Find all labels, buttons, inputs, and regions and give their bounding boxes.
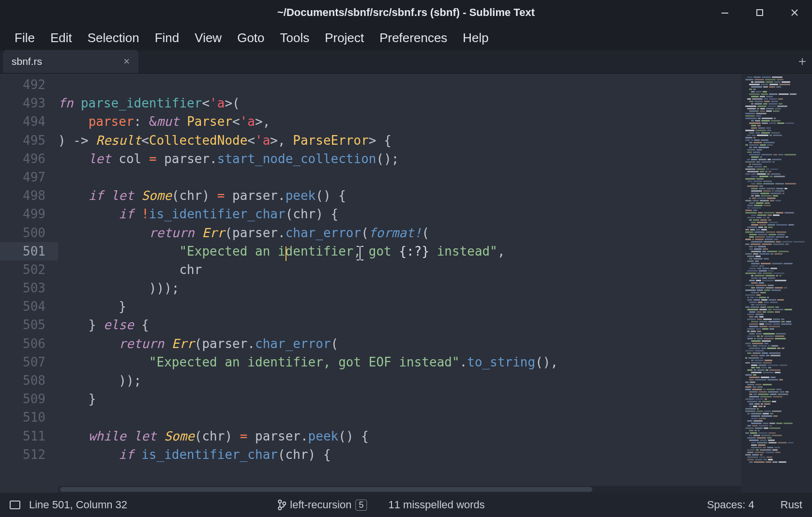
tab-sbnf-rs[interactable]: sbnf.rs × xyxy=(3,50,138,73)
tab-close-icon[interactable]: × xyxy=(123,55,130,68)
svg-rect-1 xyxy=(757,10,763,15)
branch-name: left-recursion xyxy=(290,499,351,511)
line-number[interactable]: 494 xyxy=(0,112,58,131)
line-number[interactable]: 499 xyxy=(0,205,58,223)
code-line[interactable]: return Err(parser.char_error(format!( xyxy=(58,224,741,242)
status-spellcheck[interactable]: 11 misspelled words xyxy=(389,499,485,511)
minimap[interactable] xyxy=(741,74,812,493)
status-cursor[interactable]: Line 501, Column 32 xyxy=(29,499,127,511)
code-line[interactable] xyxy=(58,168,741,186)
code-line[interactable]: } xyxy=(58,297,741,316)
code-line[interactable]: )); xyxy=(58,371,741,390)
code-line[interactable] xyxy=(58,76,741,94)
statusbar: Line 501, Column 32 left-recursion 5 11 … xyxy=(0,493,812,517)
line-number[interactable]: 503 xyxy=(0,279,58,297)
code-line[interactable]: return Err(parser.char_error( xyxy=(58,335,741,353)
code-line[interactable] xyxy=(58,408,741,426)
menu-tools[interactable]: Tools xyxy=(272,28,317,48)
line-number[interactable]: 508 xyxy=(0,371,58,390)
code-line[interactable]: ))); xyxy=(58,279,741,297)
window-controls xyxy=(707,0,812,25)
line-number[interactable]: 500 xyxy=(0,224,58,242)
window-title: ~/Documents/sbnf/src/sbnf.rs (sbnf) - Su… xyxy=(277,6,535,19)
status-indentation[interactable]: Spaces: 4 xyxy=(707,499,754,511)
line-number[interactable]: 496 xyxy=(0,150,58,168)
svg-point-5 xyxy=(278,507,281,510)
panel-switcher-icon[interactable] xyxy=(10,501,20,509)
menubar: File Edit Selection Find View Goto Tools… xyxy=(0,25,812,50)
menu-edit[interactable]: Edit xyxy=(43,28,80,48)
line-number[interactable]: 493 xyxy=(0,94,58,112)
line-number[interactable]: 510 xyxy=(0,408,58,426)
text-cursor xyxy=(286,246,286,261)
tabbar: sbnf.rs × + xyxy=(0,50,812,74)
scrollbar-thumb[interactable] xyxy=(60,487,592,492)
code-line[interactable]: if is_identifier_char(chr) { xyxy=(58,445,741,464)
line-number[interactable]: 497 xyxy=(0,168,58,186)
titlebar: ~/Documents/sbnf/src/sbnf.rs (sbnf) - Su… xyxy=(0,0,812,25)
branch-count-badge: 5 xyxy=(355,500,367,511)
line-number[interactable]: 509 xyxy=(0,390,58,408)
tab-label: sbnf.rs xyxy=(12,56,42,67)
code-line[interactable]: parser: &mut Parser<'a>, xyxy=(58,112,741,131)
maximize-button[interactable] xyxy=(742,0,777,25)
code-line[interactable]: fn parse_identifier<'a>( xyxy=(58,94,741,112)
svg-point-6 xyxy=(283,502,286,505)
editor: 492 493 494 495 496 497 498 499 500 501 … xyxy=(0,74,812,493)
menu-goto[interactable]: Goto xyxy=(229,28,272,48)
code-line[interactable]: chr xyxy=(58,260,741,279)
gutter[interactable]: 492 493 494 495 496 497 498 499 500 501 … xyxy=(0,74,58,493)
code-line[interactable]: let col = parser.start_node_collection()… xyxy=(58,150,741,168)
code-line[interactable]: if !is_identifier_char(chr) { xyxy=(58,205,741,223)
code-line[interactable]: if let Some(chr) = parser.peek() { xyxy=(58,186,741,205)
code-line-active[interactable]: "Expected an identifier, got {:?} instea… xyxy=(58,242,741,260)
code-line[interactable]: ) -> Result<CollectedNode<'a>, ParseErro… xyxy=(58,131,741,150)
line-number[interactable]: 512 xyxy=(0,445,58,464)
line-number[interactable]: 505 xyxy=(0,316,58,334)
line-number[interactable]: 502 xyxy=(0,260,58,279)
line-number[interactable]: 507 xyxy=(0,353,58,371)
close-button[interactable] xyxy=(777,0,812,25)
minimize-button[interactable] xyxy=(707,0,742,25)
line-number[interactable]: 504 xyxy=(0,297,58,316)
status-syntax[interactable]: Rust xyxy=(781,499,802,511)
status-git-branch[interactable]: left-recursion 5 xyxy=(277,499,367,511)
menu-help[interactable]: Help xyxy=(455,28,496,48)
line-number[interactable]: 495 xyxy=(0,131,58,150)
code-line[interactable]: } xyxy=(58,390,741,408)
horizontal-scrollbar[interactable] xyxy=(58,486,741,493)
code-line[interactable]: while let Some(chr) = parser.peek() { xyxy=(58,427,741,445)
line-number[interactable]: 506 xyxy=(0,335,58,353)
svg-point-4 xyxy=(278,500,281,503)
menu-view[interactable]: View xyxy=(187,28,229,48)
line-number[interactable]: 498 xyxy=(0,186,58,205)
menu-preferences[interactable]: Preferences xyxy=(372,28,455,48)
menu-file[interactable]: File xyxy=(7,28,43,48)
menu-project[interactable]: Project xyxy=(317,28,372,48)
line-number[interactable]: 492 xyxy=(0,76,58,94)
line-number-active[interactable]: 501 xyxy=(0,242,58,260)
menu-find[interactable]: Find xyxy=(147,28,187,48)
code-line[interactable]: } else { xyxy=(58,316,741,334)
git-branch-icon xyxy=(277,500,286,510)
menu-selection[interactable]: Selection xyxy=(80,28,147,48)
line-number[interactable]: 511 xyxy=(0,427,58,445)
code-area[interactable]: fn parse_identifier<'a>( parser: &mut Pa… xyxy=(58,74,741,493)
new-tab-button[interactable]: + xyxy=(798,54,806,69)
code-line[interactable]: "Expected an identifier, got EOF instead… xyxy=(58,353,741,371)
